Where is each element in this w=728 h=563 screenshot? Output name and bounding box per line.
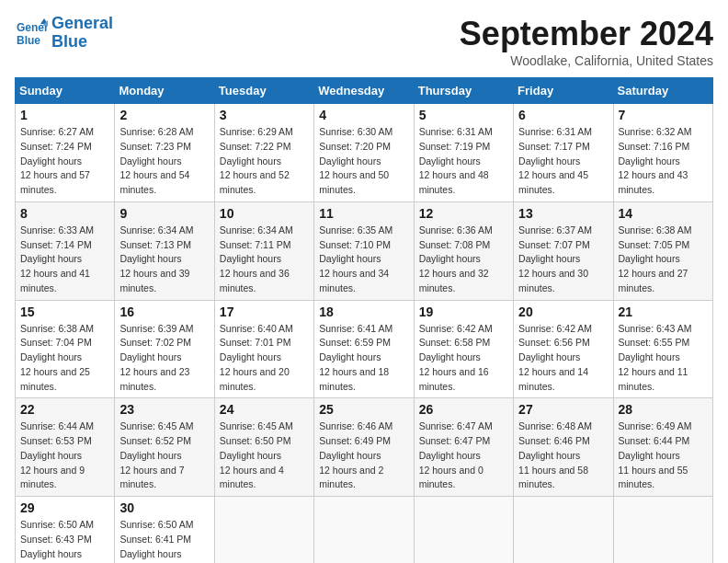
day-details: Sunrise: 6:46 AM Sunset: 6:49 PM Dayligh… [319,419,408,492]
header-tuesday: Tuesday [214,78,313,104]
day-details: Sunrise: 6:31 AM Sunset: 7:17 PM Dayligh… [518,125,608,198]
day-number: 15 [20,304,109,319]
calendar-day-cell: 24 Sunrise: 6:45 AM Sunset: 6:50 PM Dayl… [214,398,313,497]
day-details: Sunrise: 6:48 AM Sunset: 6:46 PM Dayligh… [518,419,608,492]
calendar-day-cell: 4 Sunrise: 6:30 AM Sunset: 7:20 PM Dayli… [314,104,414,202]
day-number: 12 [419,206,508,221]
day-details: Sunrise: 6:39 AM Sunset: 7:02 PM Dayligh… [119,322,209,395]
calendar-day-cell: 11 Sunrise: 6:35 AM Sunset: 7:10 PM Dayl… [314,201,414,300]
day-number: 7 [619,108,708,122]
day-number: 3 [220,108,309,122]
day-number: 26 [419,402,508,417]
day-details: Sunrise: 6:43 AM Sunset: 6:55 PM Dayligh… [619,322,708,395]
day-details: Sunrise: 6:42 AM Sunset: 6:58 PM Dayligh… [419,322,508,395]
day-number: 25 [319,402,408,417]
logo-text: General Blue [51,15,113,52]
logo-blue: Blue [51,32,87,51]
logo-general: General [51,14,113,32]
day-number: 4 [319,108,408,122]
calendar-day-cell: 18 Sunrise: 6:41 AM Sunset: 6:59 PM Dayl… [314,300,414,398]
month-title: September 2024 [460,15,713,53]
day-number: 8 [20,206,109,221]
day-number: 20 [518,304,608,319]
calendar-day-cell: 2 Sunrise: 6:28 AM Sunset: 7:23 PM Dayli… [115,104,214,202]
day-number: 28 [619,402,708,417]
day-number: 21 [619,304,708,319]
day-details: Sunrise: 6:36 AM Sunset: 7:08 PM Dayligh… [419,224,508,296]
calendar-day-cell: 1 Sunrise: 6:27 AM Sunset: 7:24 PM Dayli… [16,104,115,202]
header-thursday: Thursday [414,78,513,104]
calendar-day-cell: 23 Sunrise: 6:45 AM Sunset: 6:52 PM Dayl… [115,398,214,497]
calendar-week-row: 15 Sunrise: 6:38 AM Sunset: 7:04 PM Dayl… [16,300,713,398]
day-number: 16 [119,304,209,319]
day-number: 24 [220,402,309,417]
day-details: Sunrise: 6:40 AM Sunset: 7:01 PM Dayligh… [220,322,309,395]
calendar-day-cell: 25 Sunrise: 6:46 AM Sunset: 6:49 PM Dayl… [314,398,414,497]
header-sunday: Sunday [16,78,115,104]
svg-text:Blue: Blue [17,34,40,47]
calendar-day-cell: 6 Sunrise: 6:31 AM Sunset: 7:17 PM Dayli… [514,104,613,202]
header-monday: Monday [115,78,214,104]
title-section: September 2024 Woodlake, California, Uni… [460,15,713,68]
calendar-day-cell: 16 Sunrise: 6:39 AM Sunset: 7:02 PM Dayl… [115,300,214,398]
calendar-day-cell [613,497,712,564]
location-title: Woodlake, California, United States [460,53,713,68]
day-details: Sunrise: 6:35 AM Sunset: 7:10 PM Dayligh… [319,224,408,296]
day-number: 1 [20,108,109,122]
day-number: 27 [518,402,608,417]
day-number: 13 [518,206,608,221]
calendar-day-cell: 8 Sunrise: 6:33 AM Sunset: 7:14 PM Dayli… [16,201,115,300]
day-details: Sunrise: 6:37 AM Sunset: 7:07 PM Dayligh… [518,224,608,296]
day-details: Sunrise: 6:44 AM Sunset: 6:53 PM Dayligh… [20,419,109,492]
calendar-day-cell: 22 Sunrise: 6:44 AM Sunset: 6:53 PM Dayl… [16,398,115,497]
calendar-day-cell: 21 Sunrise: 6:43 AM Sunset: 6:55 PM Dayl… [613,300,712,398]
day-number: 29 [20,500,109,515]
calendar-day-cell: 5 Sunrise: 6:31 AM Sunset: 7:19 PM Dayli… [414,104,513,202]
calendar-day-cell: 7 Sunrise: 6:32 AM Sunset: 7:16 PM Dayli… [613,104,712,202]
calendar-day-cell: 14 Sunrise: 6:38 AM Sunset: 7:05 PM Dayl… [613,201,712,300]
day-number: 14 [619,206,708,221]
calendar-day-cell [214,497,313,564]
day-details: Sunrise: 6:41 AM Sunset: 6:59 PM Dayligh… [319,322,408,395]
day-details: Sunrise: 6:32 AM Sunset: 7:16 PM Dayligh… [619,125,708,198]
day-details: Sunrise: 6:29 AM Sunset: 7:22 PM Dayligh… [220,125,309,198]
calendar-day-cell: 9 Sunrise: 6:34 AM Sunset: 7:13 PM Dayli… [115,201,214,300]
calendar-day-cell: 17 Sunrise: 6:40 AM Sunset: 7:01 PM Dayl… [214,300,313,398]
day-number: 9 [119,206,209,221]
logo-icon: General Blue [15,17,48,50]
calendar-day-cell: 28 Sunrise: 6:49 AM Sunset: 6:44 PM Dayl… [613,398,712,497]
day-details: Sunrise: 6:31 AM Sunset: 7:19 PM Dayligh… [419,125,508,198]
header-saturday: Saturday [613,78,712,104]
calendar-day-cell: 27 Sunrise: 6:48 AM Sunset: 6:46 PM Dayl… [514,398,613,497]
day-number: 5 [419,108,508,122]
day-details: Sunrise: 6:27 AM Sunset: 7:24 PM Dayligh… [20,125,109,198]
calendar-day-cell: 26 Sunrise: 6:47 AM Sunset: 6:47 PM Dayl… [414,398,513,497]
calendar-week-row: 1 Sunrise: 6:27 AM Sunset: 7:24 PM Dayli… [16,104,713,202]
day-details: Sunrise: 6:38 AM Sunset: 7:04 PM Dayligh… [20,322,109,395]
day-number: 11 [319,206,408,221]
day-details: Sunrise: 6:33 AM Sunset: 7:14 PM Dayligh… [20,224,109,296]
calendar-day-cell: 13 Sunrise: 6:37 AM Sunset: 7:07 PM Dayl… [514,201,613,300]
header-wednesday: Wednesday [314,78,414,104]
day-details: Sunrise: 6:34 AM Sunset: 7:13 PM Dayligh… [119,224,209,296]
calendar-header-row: Sunday Monday Tuesday Wednesday Thursday… [16,78,713,104]
day-details: Sunrise: 6:49 AM Sunset: 6:44 PM Dayligh… [619,419,708,492]
page-header: General Blue General Blue September 2024… [15,15,713,68]
day-number: 18 [319,304,408,319]
calendar-day-cell: 29 Sunrise: 6:50 AM Sunset: 6:43 PM Dayl… [16,497,115,564]
calendar-day-cell: 19 Sunrise: 6:42 AM Sunset: 6:58 PM Dayl… [414,300,513,398]
day-details: Sunrise: 6:47 AM Sunset: 6:47 PM Dayligh… [419,419,508,492]
day-number: 19 [419,304,508,319]
day-number: 22 [20,402,109,417]
day-number: 6 [518,108,608,122]
calendar-table: Sunday Monday Tuesday Wednesday Thursday… [15,77,713,563]
calendar-day-cell: 15 Sunrise: 6:38 AM Sunset: 7:04 PM Dayl… [16,300,115,398]
calendar-week-row: 22 Sunrise: 6:44 AM Sunset: 6:53 PM Dayl… [16,398,713,497]
day-details: Sunrise: 6:45 AM Sunset: 6:50 PM Dayligh… [220,419,309,492]
day-details: Sunrise: 6:28 AM Sunset: 7:23 PM Dayligh… [119,125,209,198]
day-details: Sunrise: 6:30 AM Sunset: 7:20 PM Dayligh… [319,125,408,198]
calendar-day-cell: 20 Sunrise: 6:42 AM Sunset: 6:56 PM Dayl… [514,300,613,398]
calendar-week-row: 29 Sunrise: 6:50 AM Sunset: 6:43 PM Dayl… [16,497,713,564]
day-number: 30 [119,500,209,515]
day-number: 2 [119,108,209,122]
